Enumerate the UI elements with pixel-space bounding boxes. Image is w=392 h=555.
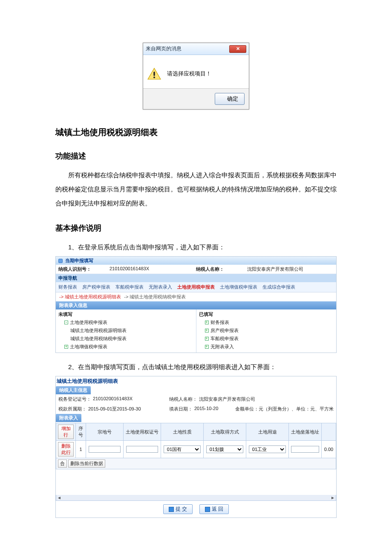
cert-input[interactable] [126, 446, 159, 453]
tab-land-use-tax[interactable]: 土地使用税申报表 [177, 284, 215, 290]
tree-expand-icon[interactable] [205, 345, 209, 349]
col-nature: 土地性质 [161, 423, 204, 441]
cell-seq: 1 [76, 441, 86, 458]
col-parcel: 宗地号 [86, 423, 124, 441]
submit-label: 提 交 [176, 506, 187, 513]
reg-no-label: 税务登记证号： [58, 396, 91, 402]
col-usage: 土地用途 [246, 423, 289, 441]
filled-item-vehicle[interactable]: 车船税申报表 [210, 335, 239, 342]
dialog-message: 请选择应税项目！ [167, 70, 211, 78]
unfilled-column: 未填写 土地使用税申报表 城镇土地使用税税源明细表 城镇土地使用税纳税申报表 土… [56, 309, 196, 353]
tree-root-land-vat[interactable]: 土地增值税申报表 [70, 344, 107, 350]
period-label: 税款所属期： [58, 406, 86, 412]
tab-land-vat[interactable]: 土地增值税申报表 [220, 284, 257, 290]
acquire-select[interactable]: 01划拨 [206, 445, 243, 453]
basic-ops-heading: 基本操作说明 [55, 223, 337, 233]
table-tool-row: 合 删除当前行数据 [56, 458, 336, 469]
svg-point-2 [153, 77, 155, 78]
back-button[interactable]: 返 回 [199, 504, 229, 514]
filled-item-financial[interactable]: 财务报表 [210, 319, 229, 326]
nature-select[interactable]: 01国有 [164, 445, 201, 453]
filled-title: 已填写 [199, 311, 334, 318]
tree-collapse-icon[interactable] [64, 321, 68, 324]
tree-expand-icon[interactable] [205, 321, 209, 324]
tab-vehicle-tax[interactable]: 车船税申报表 [115, 284, 144, 290]
fill-date-value: 2015-10-20 [194, 406, 218, 412]
dialog-titlebar: 来自网页的消息 ✕ [143, 43, 249, 55]
report-tabs: 财务报表 房产税申报表 车船税申报表 无附表录入 土地使用税申报表 土地增值税申… [56, 282, 336, 292]
back-label: 返 回 [212, 506, 223, 513]
step-1-text: 1、在登录后系统后点击当期申报填写，进入如下界面： [55, 241, 337, 254]
tree-item-source-detail[interactable]: 城镇土地使用税税源明细表 [70, 327, 127, 334]
filled-item-property[interactable]: 房产税申报表 [210, 327, 239, 334]
tree-expand-icon[interactable] [64, 345, 68, 349]
taxpayer-name-label: 纳税人名称： [196, 266, 247, 272]
window-title: 当期申报填写 [65, 257, 93, 264]
horizontal-scrollbar[interactable]: ◄ ► [56, 495, 336, 501]
ok-button[interactable]: 确定 [215, 93, 245, 105]
panel-title: 城镇土地使用税税源明细表 [56, 376, 336, 386]
close-icon[interactable]: ✕ [229, 45, 246, 53]
add-row-button[interactable]: 增加行 [58, 425, 74, 439]
dialog-title: 来自网页的消息 [146, 45, 182, 52]
svg-rect-1 [153, 72, 155, 76]
taxpayer-id-label: 纳税人识别号： [58, 266, 110, 272]
tab-no-attachment[interactable]: 无附表录入 [149, 284, 172, 290]
land-tax-source-detail-panel: 城镇土地使用税税源明细表 纳税人主信息 税务登记证号：2101020016148… [55, 376, 337, 518]
tree-item-tax-declare[interactable]: 城镇土地使用税纳税申报表 [70, 335, 127, 342]
fill-date-label: 填表日期： [169, 406, 193, 412]
submit-icon [169, 507, 174, 512]
function-description-heading: 功能描述 [55, 151, 337, 161]
attachment-entry-header2: 附表录入 [56, 414, 81, 422]
back-icon [205, 507, 210, 512]
table-row: 删除此行 1 01国有 01划拨 01工业 0.00 [56, 441, 336, 458]
col-extra [322, 423, 336, 441]
tab-generate-combined[interactable]: 生成综合申报表 [262, 284, 295, 290]
scroll-right-icon[interactable]: ► [331, 495, 335, 500]
taxpayer-name-value2: 沈阳安泰房产开发有限公司 [199, 396, 255, 402]
breadcrumb-active[interactable]: -> 城镇土地使用税税源明细表 [59, 294, 121, 299]
reg-no-value: 21010200161483X [93, 396, 133, 402]
usage-select[interactable]: 01工业 [249, 445, 286, 453]
address-input[interactable] [291, 446, 319, 453]
col-address: 土地坐落地址 [289, 423, 322, 441]
step-2-text: 2、在当期申报填写页面，点击城镇土地使用税税源明细表进入如下界面： [55, 361, 337, 373]
filled-item-noattach[interactable]: 无附表录入 [210, 344, 234, 350]
taxpayer-info-header: 纳税人主信息 [56, 386, 91, 394]
unfilled-title: 未填写 [58, 311, 193, 318]
merge-button[interactable]: 合 [58, 460, 67, 468]
warning-icon [147, 68, 161, 80]
section-heading: 城镇土地使用税税源明细表 [55, 127, 337, 138]
tree-expand-icon[interactable] [205, 337, 209, 341]
period-value: 2015-09-01至2015-09-30 [88, 406, 141, 412]
filled-column: 已填写 财务报表 房产税申报表 车船税申报表 无附表录入 [196, 309, 337, 353]
breadcrumb-next[interactable]: -> 城镇土地使用税纳税申报表 [124, 294, 186, 299]
scroll-left-icon[interactable]: ◄ [57, 495, 61, 500]
unit-note: 金额单位：元（列至角分）、单位：元、平方米 [235, 406, 334, 412]
parcel-input[interactable] [89, 446, 121, 453]
col-seq: 序号 [76, 423, 86, 441]
taxpayer-name-value: 沈阳安泰房产开发有限公司 [247, 266, 334, 272]
function-description-body: 所有税种都在综合纳税申报表中填报。纳税人进入综合申报表页面后，系统根据税务局数据… [55, 168, 337, 210]
table-header-row: 增加行 序号 宗地号 土地使用权证号 土地性质 土地取得方式 土地用途 土地坐落… [56, 423, 336, 441]
tree-expand-icon[interactable] [205, 329, 209, 332]
tab-property-tax[interactable]: 房产税申报表 [82, 284, 110, 290]
tree-root-land-use[interactable]: 土地使用税申报表 [70, 319, 107, 326]
cell-last: 0.00 [322, 441, 336, 458]
col-cert: 土地使用权证号 [124, 423, 161, 441]
delete-row-button[interactable]: 删除此行 [58, 442, 74, 457]
attachment-entry-header: 附表录入信息 [56, 301, 336, 309]
window-icon [58, 259, 63, 263]
taxpayer-name-label2: 纳税人名称： [169, 396, 197, 402]
nav-header: 申报导航 [56, 274, 336, 282]
webpage-message-dialog: 来自网页的消息 ✕ 请选择应税项目！ 确定 [143, 43, 249, 110]
current-period-filling-panel: 当期申报填写 纳税人识别号： 21010200161483X 纳税人名称： 沈阳… [55, 256, 337, 353]
tab-financial[interactable]: 财务报表 [58, 284, 77, 290]
submit-button[interactable]: 提 交 [163, 504, 193, 514]
clear-row-button[interactable]: 删除当前行数据 [68, 460, 105, 468]
source-detail-table: 增加行 序号 宗地号 土地使用权证号 土地性质 土地取得方式 土地用途 土地坐落… [56, 423, 336, 469]
taxpayer-id-value: 21010200161483X [110, 266, 196, 272]
col-acquire: 土地取得方式 [204, 423, 246, 441]
